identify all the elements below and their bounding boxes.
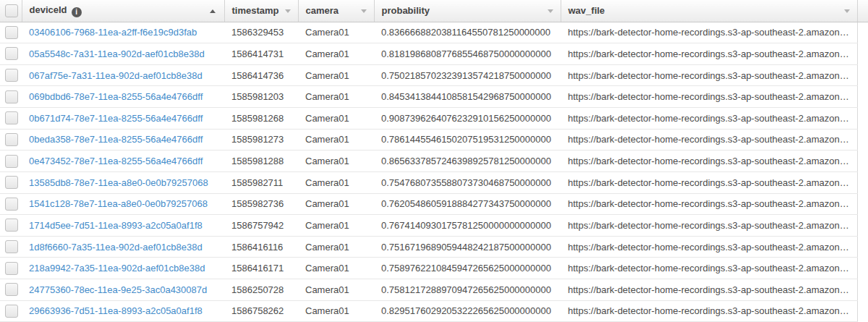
table-header: deviceIdi timestamp camera probability w… bbox=[0, 0, 868, 22]
row-checkbox-cell bbox=[0, 86, 22, 108]
probability-cell: 0.7674140930175781250000000000000 bbox=[374, 215, 561, 237]
device-id-link[interactable]: 03406106-7968-11ea-a2ff-f6e19c9d3fab bbox=[29, 27, 197, 38]
device-id-cell: 24775360-78ec-11ea-9e25-3ac0a430087d bbox=[22, 279, 224, 301]
device-id-link[interactable]: 218a9942-7a35-11ea-902d-aef01cb8e38d bbox=[29, 263, 205, 274]
device-id-link[interactable]: 29663936-7d51-11ea-8993-a2c05a0af1f8 bbox=[29, 305, 203, 316]
probability-cell: 0.8656337857246398925781250000000 bbox=[374, 151, 561, 172]
device-id-cell: 03406106-7968-11ea-a2ff-f6e19c9d3fab bbox=[22, 22, 224, 43]
row-checkbox[interactable] bbox=[5, 283, 18, 296]
table-row: 0e473452-78e7-11ea-8255-56a4e4766dff 158… bbox=[0, 151, 868, 172]
column-label-timestamp: timestamp bbox=[232, 5, 279, 16]
wav-file-cell: https://bark-detector-home-recordings.s3… bbox=[561, 215, 857, 237]
row-checkbox-cell bbox=[0, 22, 22, 43]
timestamp-cell: 1586250728 bbox=[224, 279, 298, 301]
timestamp-cell: 1585981273 bbox=[224, 129, 298, 151]
timestamp-cell: 1585981203 bbox=[224, 86, 298, 108]
row-checkbox[interactable] bbox=[5, 111, 18, 124]
camera-cell: Camera01 bbox=[298, 22, 374, 43]
wav-file-cell: https://bark-detector-home-recordings.s3… bbox=[561, 236, 857, 258]
row-checkbox[interactable] bbox=[5, 26, 18, 39]
row-checkbox-cell bbox=[0, 193, 22, 215]
row-checkbox[interactable] bbox=[5, 219, 18, 232]
column-header-probability[interactable]: probability bbox=[374, 0, 561, 22]
row-spacer bbox=[857, 300, 868, 322]
timestamp-cell: 1586414731 bbox=[224, 43, 298, 65]
device-id-cell: 1d8f6660-7a35-11ea-902d-aef01cb8e38d bbox=[22, 236, 224, 258]
info-icon[interactable]: i bbox=[72, 7, 82, 17]
column-label-deviceid: deviceId bbox=[30, 4, 67, 15]
row-checkbox[interactable] bbox=[5, 155, 18, 168]
column-label-probability: probability bbox=[382, 5, 430, 16]
row-checkbox[interactable] bbox=[5, 47, 18, 60]
row-checkbox-cell bbox=[0, 64, 22, 86]
camera-cell: Camera01 bbox=[298, 171, 374, 193]
wav-file-cell: https://bark-detector-home-recordings.s3… bbox=[561, 86, 857, 108]
device-id-cell: 069bdbd6-78e7-11ea-8255-56a4e4766dff bbox=[22, 86, 224, 108]
wav-file-cell: https://bark-detector-home-recordings.s3… bbox=[561, 279, 857, 301]
device-id-link[interactable]: 1d8f6660-7a35-11ea-902d-aef01cb8e38d bbox=[29, 242, 203, 253]
device-id-link[interactable]: 05a5548c-7a31-11ea-902d-aef01cb8e38d bbox=[29, 48, 205, 59]
device-id-link[interactable]: 24775360-78ec-11ea-9e25-3ac0a430087d bbox=[29, 284, 207, 295]
device-id-cell: 218a9942-7a35-11ea-902d-aef01cb8e38d bbox=[22, 258, 224, 279]
probability-cell: 0.9087396264076232910156250000000 bbox=[374, 108, 561, 130]
probability-cell: 0.7589762210845947265625000000000 bbox=[374, 258, 561, 279]
row-spacer bbox=[857, 86, 868, 108]
row-checkbox-cell bbox=[0, 279, 22, 301]
row-checkbox[interactable] bbox=[5, 240, 18, 253]
sort-ascending-icon bbox=[210, 9, 216, 13]
device-id-link[interactable]: 0beda358-78e7-11ea-8255-56a4e4766dff bbox=[29, 134, 203, 145]
table-row: 13585db8-78e7-11ea-a8e0-0e0b79257068 158… bbox=[0, 171, 868, 193]
device-id-link[interactable]: 0e473452-78e7-11ea-8255-56a4e4766dff bbox=[29, 156, 203, 166]
timestamp-cell: 1586329453 bbox=[224, 22, 298, 43]
device-id-link[interactable]: 1541c128-78e7-11ea-a8e0-0e0b79257068 bbox=[29, 198, 208, 209]
row-checkbox[interactable] bbox=[5, 133, 18, 146]
row-checkbox[interactable] bbox=[5, 198, 18, 211]
device-id-link[interactable]: 069bdbd6-78e7-11ea-8255-56a4e4766dff bbox=[29, 91, 203, 102]
device-id-cell: 1541c128-78e7-11ea-a8e0-0e0b79257068 bbox=[22, 193, 224, 215]
device-id-link[interactable]: 0b671d74-78e7-11ea-8255-56a4e4766dff bbox=[29, 113, 203, 124]
row-spacer bbox=[857, 43, 868, 65]
row-checkbox[interactable] bbox=[5, 90, 18, 103]
camera-cell: Camera01 bbox=[298, 236, 374, 258]
row-checkbox-cell bbox=[0, 300, 22, 322]
device-id-cell: 067af75e-7a31-11ea-902d-aef01cb8e38d bbox=[22, 64, 224, 86]
row-spacer bbox=[857, 171, 868, 193]
timestamp-cell: 1586416171 bbox=[224, 258, 298, 279]
table-body: 03406106-7968-11ea-a2ff-f6e19c9d3fab 158… bbox=[0, 22, 868, 322]
sort-caret-icon bbox=[361, 9, 367, 13]
device-id-link[interactable]: 1714d5ee-7d51-11ea-8993-a2c05a0af1f8 bbox=[29, 220, 203, 231]
timestamp-cell: 1585981288 bbox=[224, 151, 298, 172]
sort-caret-icon bbox=[548, 9, 553, 13]
wav-file-cell: https://bark-detector-home-recordings.s3… bbox=[561, 171, 857, 193]
column-label-camera: camera bbox=[306, 5, 339, 16]
timestamp-cell: 1585982736 bbox=[224, 193, 298, 215]
device-id-cell: 0beda358-78e7-11ea-8255-56a4e4766dff bbox=[22, 129, 224, 151]
table-row: 069bdbd6-78e7-11ea-8255-56a4e4766dff 158… bbox=[0, 86, 868, 108]
row-spacer bbox=[857, 279, 868, 301]
row-checkbox[interactable] bbox=[5, 305, 18, 318]
timestamp-cell: 1586416116 bbox=[224, 236, 298, 258]
row-checkbox[interactable] bbox=[5, 69, 18, 82]
probability-cell: 0.7516719689059448242187500000000 bbox=[374, 236, 561, 258]
table-row: 24775360-78ec-11ea-9e25-3ac0a430087d 158… bbox=[0, 279, 868, 301]
column-header-timestamp[interactable]: timestamp bbox=[224, 0, 298, 22]
wav-file-cell: https://bark-detector-home-recordings.s3… bbox=[561, 151, 857, 172]
column-header-wav-file[interactable]: wav_file bbox=[561, 0, 857, 22]
camera-cell: Camera01 bbox=[298, 215, 374, 237]
camera-cell: Camera01 bbox=[298, 43, 374, 65]
camera-cell: Camera01 bbox=[298, 108, 374, 130]
wav-file-cell: https://bark-detector-home-recordings.s3… bbox=[561, 193, 857, 215]
column-header-deviceid[interactable]: deviceIdi bbox=[22, 0, 224, 22]
row-checkbox[interactable] bbox=[5, 262, 18, 275]
probability-cell: 0.8181986808776855468750000000000 bbox=[374, 43, 561, 65]
wav-file-cell: https://bark-detector-home-recordings.s3… bbox=[561, 22, 857, 43]
row-checkbox[interactable] bbox=[5, 176, 18, 189]
column-header-camera[interactable]: camera bbox=[298, 0, 374, 22]
wav-file-cell: https://bark-detector-home-recordings.s3… bbox=[561, 108, 857, 130]
table-row: 03406106-7968-11ea-a2ff-f6e19c9d3fab 158… bbox=[0, 22, 868, 43]
select-all-checkbox[interactable] bbox=[5, 4, 18, 17]
device-id-link[interactable]: 13585db8-78e7-11ea-a8e0-0e0b79257068 bbox=[29, 177, 208, 188]
row-spacer bbox=[857, 22, 868, 43]
row-checkbox-cell bbox=[0, 171, 22, 193]
device-id-link[interactable]: 067af75e-7a31-11ea-902d-aef01cb8e38d bbox=[29, 70, 203, 81]
